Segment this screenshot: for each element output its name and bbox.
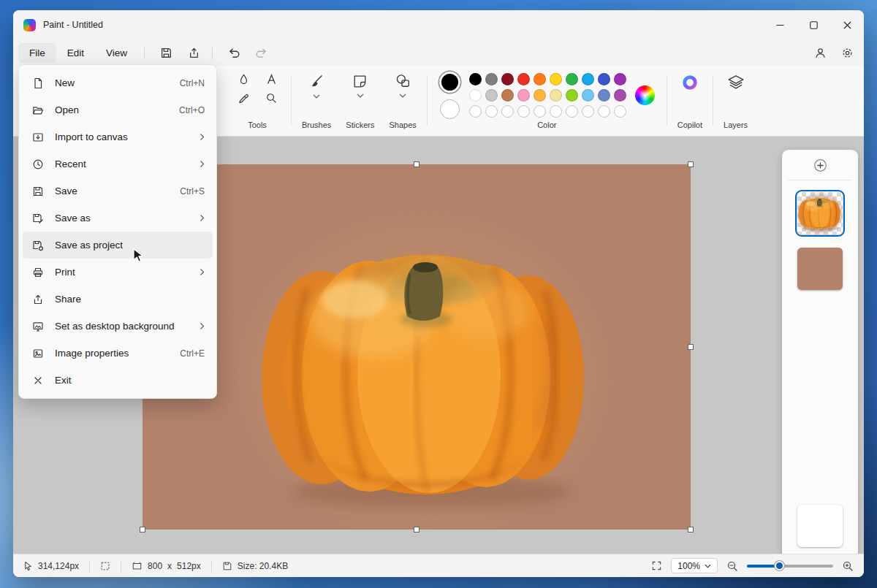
- share-button[interactable]: [181, 42, 206, 63]
- menu-item-open[interactable]: Open Ctrl+O: [23, 96, 213, 123]
- menu-item-new[interactable]: New Ctrl+N: [23, 69, 213, 96]
- resize-handle-n[interactable]: [414, 161, 419, 167]
- color-swatch[interactable]: [517, 89, 530, 102]
- zoom-slider-thumb[interactable]: [775, 561, 784, 570]
- edit-menu-button[interactable]: Edit: [56, 43, 95, 63]
- layers-icon: [726, 73, 745, 92]
- file-menu-button[interactable]: File: [18, 43, 56, 63]
- color-picker-wheel-icon[interactable]: [635, 85, 655, 105]
- menu-item-share[interactable]: Share: [23, 286, 213, 313]
- menu-item-save-as[interactable]: Save as: [23, 205, 213, 232]
- menu-item-image-properties[interactable]: Image properties Ctrl+E: [23, 340, 213, 367]
- color-swatch[interactable]: [534, 89, 546, 102]
- color-swatch[interactable]: [534, 73, 546, 85]
- custom-color-slot[interactable]: [598, 105, 610, 118]
- zoom-slider[interactable]: [747, 561, 833, 571]
- layer-thumbnail-pumpkin[interactable]: [797, 192, 843, 234]
- custom-color-slot[interactable]: [485, 105, 498, 118]
- eyedropper-tool-icon[interactable]: [234, 92, 253, 104]
- zoom-level-dropdown[interactable]: 100%: [671, 558, 718, 573]
- zoom-in-icon[interactable]: [842, 560, 854, 572]
- maximize-button[interactable]: [797, 10, 830, 39]
- shapes-section[interactable]: Shapes: [381, 66, 423, 136]
- resize-handle-sw[interactable]: [140, 527, 145, 532]
- custom-color-slot[interactable]: [566, 105, 578, 118]
- menu-item-exit[interactable]: Exit: [23, 367, 213, 394]
- copilot-section[interactable]: Copilot: [670, 66, 710, 136]
- color-swatch[interactable]: [598, 89, 610, 102]
- menu-item-recent[interactable]: Recent: [23, 150, 213, 177]
- custom-color-slot[interactable]: [550, 105, 562, 118]
- drawing-canvas[interactable]: [143, 164, 691, 530]
- color-swatch[interactable]: [566, 89, 578, 102]
- resize-handle-ne[interactable]: [688, 161, 694, 167]
- color-swatch[interactable]: [469, 89, 482, 102]
- settings-gear-icon[interactable]: [841, 47, 854, 59]
- stickers-section[interactable]: Stickers: [338, 66, 381, 136]
- close-button[interactable]: [830, 10, 864, 39]
- color-palette: [469, 73, 626, 118]
- color-swatch[interactable]: [501, 89, 514, 102]
- color-swatch[interactable]: [517, 73, 530, 85]
- primary-color-swatch[interactable]: [439, 72, 460, 93]
- color-swatch[interactable]: [598, 73, 610, 85]
- color-swatch[interactable]: [485, 73, 498, 85]
- view-menu-button[interactable]: View: [95, 43, 138, 63]
- color-swatch[interactable]: [485, 89, 498, 102]
- menu-item-save-as-project[interactable]: Save as project: [23, 232, 213, 259]
- brushes-section[interactable]: Brushes: [295, 66, 338, 136]
- color-swatch[interactable]: [582, 89, 594, 102]
- menu-item-save[interactable]: Save Ctrl+S: [23, 177, 213, 205]
- save-button[interactable]: [153, 42, 178, 63]
- minimize-button[interactable]: [763, 10, 797, 39]
- custom-color-slot[interactable]: [469, 105, 482, 118]
- menu-item-label: New: [55, 77, 180, 88]
- custom-color-slot[interactable]: [534, 105, 546, 118]
- titlebar: Paint - Untitled: [13, 10, 864, 39]
- color-swatch[interactable]: [614, 73, 626, 85]
- submenu-chevron-icon: [200, 133, 205, 141]
- color-swatch[interactable]: [566, 73, 578, 85]
- color-swatch[interactable]: [550, 89, 562, 102]
- resize-handle-se[interactable]: [688, 527, 694, 532]
- menu-item-label: Recent: [55, 159, 200, 169]
- secondary-color-swatch[interactable]: [440, 99, 460, 119]
- redo-button[interactable]: [249, 42, 274, 63]
- color-swatch[interactable]: [582, 73, 594, 85]
- color-swatch[interactable]: [469, 73, 482, 85]
- menu-item-import-to-canvas[interactable]: Import to canvas: [23, 123, 213, 150]
- canvas-background-thumbnail[interactable]: [797, 505, 843, 547]
- fill-tool-icon[interactable]: [234, 73, 253, 85]
- custom-color-slot[interactable]: [614, 105, 626, 118]
- color-swatch[interactable]: [501, 73, 514, 85]
- resize-handle-s[interactable]: [414, 527, 419, 532]
- submenu-chevron-icon: [200, 160, 205, 168]
- menu-item-label: Save as project: [55, 240, 205, 251]
- color-swatch[interactable]: [614, 89, 626, 102]
- cursor-position-indicator: 314,124px: [23, 561, 79, 571]
- canvas-height-value: 512px: [177, 561, 201, 571]
- menu-item-label: Set as desktop background: [55, 321, 200, 332]
- zoom-to-fit-icon[interactable]: [651, 560, 662, 571]
- menu-item-set-as-desktop-background[interactable]: Set as desktop background: [23, 313, 213, 340]
- zoom-out-icon[interactable]: [726, 560, 738, 572]
- resize-handle-e[interactable]: [688, 344, 694, 350]
- custom-color-slot[interactable]: [517, 105, 530, 118]
- layers-section[interactable]: Layers: [716, 66, 755, 136]
- file-size-value: Size: 20.4KB: [238, 561, 288, 571]
- menu-item-label: Save: [55, 186, 180, 196]
- brushes-label: Brushes: [302, 121, 331, 129]
- layer-thumbnail-background[interactable]: [797, 248, 843, 290]
- color-label: Color: [537, 121, 556, 129]
- magnifier-tool-icon[interactable]: [262, 92, 281, 104]
- add-layer-button[interactable]: [813, 159, 827, 172]
- menu-item-label: Import to canvas: [55, 131, 200, 142]
- menu-item-print[interactable]: Print: [23, 259, 213, 286]
- color-swatch[interactable]: [550, 73, 562, 85]
- copilot-label: Copilot: [677, 121, 702, 129]
- custom-color-slot[interactable]: [582, 105, 594, 118]
- undo-button[interactable]: [221, 42, 246, 63]
- account-icon[interactable]: [814, 47, 827, 59]
- text-tool-icon[interactable]: [262, 73, 281, 85]
- custom-color-slot[interactable]: [501, 105, 514, 118]
